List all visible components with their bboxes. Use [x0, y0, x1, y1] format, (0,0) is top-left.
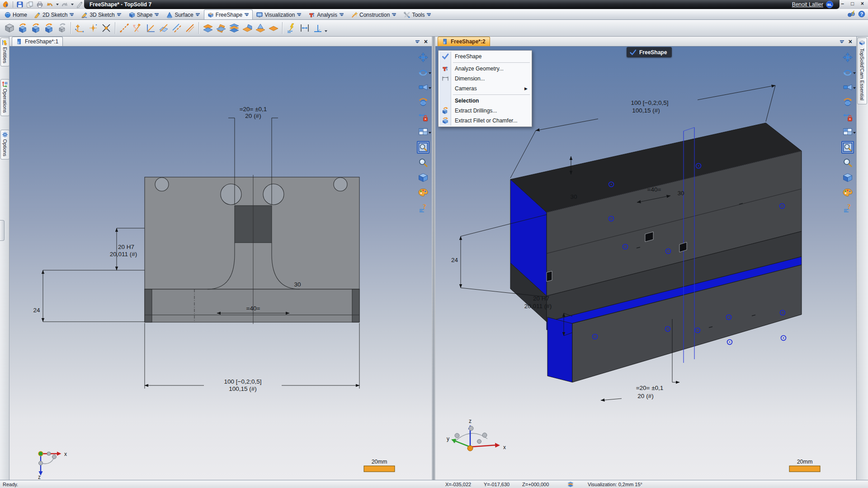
tool-plane-line-icon[interactable] — [157, 22, 170, 35]
document-tab-freeshape-1[interactable]: FreeShape*:1 — [12, 37, 63, 46]
help-lines-icon[interactable] — [417, 202, 429, 213]
tool-point-icon[interactable] — [86, 22, 99, 35]
dim-30-left[interactable]: 30 — [570, 193, 577, 200]
dim-40[interactable]: =40= — [647, 186, 661, 193]
sidebar-tab-entities[interactable]: Entities — [0, 38, 9, 66]
palette-icon[interactable] — [842, 187, 854, 198]
tool-perpendicular-measure-icon[interactable] — [311, 22, 324, 35]
dim-100-tol[interactable]: 100 [−0,2;0,5] — [224, 378, 262, 385]
zoom-icon[interactable] — [842, 157, 854, 169]
translate-lock-icon[interactable] — [842, 111, 854, 123]
orbit-icon[interactable] — [417, 66, 429, 78]
search-binoculars-icon[interactable] — [847, 10, 855, 18]
topsolid-logo-icon[interactable] — [2, 0, 10, 9]
minimize-button[interactable]: – — [839, 1, 846, 7]
tool-plane-stack-icon[interactable] — [227, 22, 241, 35]
axis-trihedron-3d[interactable]: z x y — [447, 418, 506, 451]
tab-surface[interactable]: Surface — [163, 9, 203, 19]
menu-item-analyze-geometry[interactable]: Analyze Geometry... — [439, 64, 531, 74]
dim-100-actual[interactable]: 100,15 (#) — [229, 385, 257, 392]
toolbar-dropdown-icon[interactable] — [325, 30, 327, 32]
tab-list-dropdown-icon[interactable] — [840, 40, 844, 44]
redo-button[interactable] — [61, 0, 69, 9]
tool-axis-frame-icon[interactable] — [73, 22, 86, 35]
tool-loft-shape-icon[interactable] — [42, 22, 55, 35]
dim-20h7[interactable]: 20 H7 — [533, 295, 549, 302]
tab-menu-icon[interactable] — [392, 13, 396, 17]
tool-angle-lines-icon[interactable] — [144, 22, 157, 35]
document-tab-freeshape-2[interactable]: FreeShape*:2 — [438, 37, 490, 46]
measure-pen-button[interactable] — [75, 0, 84, 9]
close-document-icon[interactable]: × — [424, 39, 428, 44]
tab-menu-icon[interactable] — [339, 13, 344, 17]
camera-view-icon[interactable] — [417, 81, 429, 93]
tab-2d-sketch[interactable]: 2D Sketch — [31, 9, 78, 19]
tab-list-dropdown-icon[interactable] — [415, 40, 420, 44]
tab-tools[interactable]: Tools — [400, 9, 435, 19]
user-link[interactable]: Benoit Lallier — [792, 1, 823, 8]
undo-dropdown-icon[interactable] — [56, 4, 59, 5]
tab-analysis[interactable]: Analysis — [305, 9, 348, 19]
tool-distance-measure-icon[interactable] — [298, 22, 311, 35]
tab-shape[interactable]: Shape — [125, 9, 163, 19]
rotate-view-icon[interactable] — [417, 96, 429, 108]
redo-dropdown-icon[interactable] — [71, 4, 74, 5]
tab-menu-icon[interactable] — [195, 13, 200, 17]
pan-icon[interactable] — [842, 52, 854, 63]
tab-freeshape[interactable]: FreeShape — [204, 9, 253, 19]
print-button[interactable] — [36, 0, 44, 9]
zoom-window-icon[interactable] — [841, 141, 854, 154]
tab-menu-icon[interactable] — [154, 13, 159, 17]
axis-trihedron-2d[interactable]: x z — [38, 451, 67, 480]
dim-100-actual[interactable]: 100,15 (#) — [632, 107, 660, 114]
tab-home[interactable]: Home — [1, 9, 31, 19]
viewport-layout-icon[interactable] — [417, 126, 429, 138]
dim-30-right[interactable]: 30 — [677, 190, 684, 197]
pan-icon[interactable] — [417, 52, 429, 63]
viewport-canvas-2d[interactable]: =20= ±0,1 20 (#) 20 H7 20,011 (#) 24 30 … — [9, 47, 432, 480]
tool-revolve-shape-icon[interactable] — [29, 22, 42, 35]
tool-intersection-icon[interactable] — [99, 22, 113, 35]
tool-extrude-shape-icon[interactable] — [16, 22, 29, 35]
tool-parallel-line-icon[interactable] — [170, 22, 183, 35]
sidebar-tab-options[interactable]: Options — [0, 130, 9, 160]
tool-plane-corner-icon[interactable] — [254, 22, 267, 35]
visualization-status[interactable]: Visualization: 0,2mm 15° — [588, 482, 642, 487]
render-style-icon[interactable] — [417, 172, 429, 183]
tool-shape-gray-icon[interactable] — [3, 22, 16, 35]
viewport-layout-icon[interactable] — [842, 126, 854, 138]
menu-item-extract-drillings[interactable]: Extract Drillings... — [439, 106, 531, 116]
viewport-splitter[interactable] — [432, 37, 435, 480]
copy-button[interactable] — [26, 0, 34, 9]
undo-button[interactable] — [46, 0, 54, 9]
tool-plane-tilted-icon[interactable] — [214, 22, 227, 35]
dim-20-tol[interactable]: =20= ±0,1 — [636, 385, 664, 391]
menu-item-extract-fillet[interactable]: Extract Fillet or Chamfer... — [439, 116, 531, 126]
zoom-window-icon[interactable] — [417, 141, 429, 154]
menu-item-cameras[interactable]: Cameras ▶ — [439, 84, 531, 94]
help-icon[interactable] — [858, 10, 865, 18]
orbit-icon[interactable] — [842, 66, 854, 78]
menu-item-freeshape[interactable]: FreeShape — [439, 52, 531, 61]
restore-button[interactable]: □ — [849, 1, 856, 7]
tab-3d-sketch[interactable]: 3D Sketch — [78, 9, 125, 19]
tab-menu-icon[interactable] — [297, 13, 302, 17]
dim-20h7-actual[interactable]: 20,011 (#) — [524, 303, 552, 310]
tool-plane-pair-icon[interactable] — [201, 22, 214, 35]
tool-axis-lines-icon[interactable] — [131, 22, 144, 35]
dim-20-actual[interactable]: 20 (#) — [245, 113, 261, 119]
tab-menu-icon[interactable] — [69, 13, 74, 17]
sidebar-tab-topsolid-cam[interactable]: TopSolid'Cam Essential — [857, 38, 867, 104]
palette-icon[interactable] — [417, 187, 429, 198]
save-button[interactable] — [16, 0, 24, 9]
part-front-view[interactable] — [145, 175, 359, 324]
panel-collapse-grip[interactable] — [0, 220, 5, 241]
tab-menu-icon[interactable] — [426, 13, 431, 17]
tool-plane-fold-icon[interactable] — [241, 22, 254, 35]
sidebar-tab-operations[interactable]: Operations — [0, 79, 9, 116]
zoom-icon[interactable] — [417, 157, 429, 169]
close-button[interactable]: × — [859, 1, 866, 7]
rotate-view-icon[interactable] — [842, 96, 854, 108]
dim-20-actual[interactable]: 20 (#) — [637, 393, 653, 399]
help-lines-icon[interactable] — [842, 202, 854, 213]
